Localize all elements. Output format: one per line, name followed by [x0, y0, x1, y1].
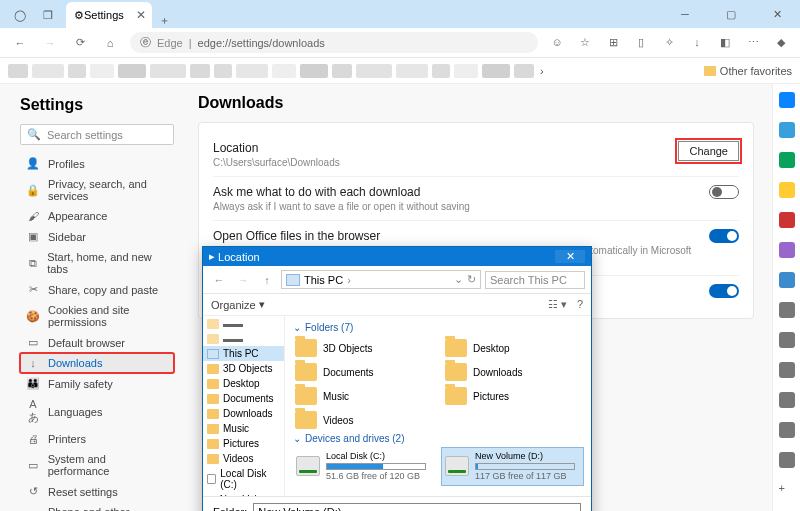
tree-item[interactable]: Documents [203, 391, 284, 406]
close-tab-icon[interactable]: ✕ [136, 8, 146, 22]
forward-button[interactable]: → [36, 37, 64, 49]
site-info-icon[interactable]: ⓔ [140, 35, 151, 50]
sidebar-app-icon[interactable] [779, 332, 795, 348]
settings-search[interactable]: 🔍 Search settings [20, 124, 174, 145]
sidebar-add-icon[interactable]: + [779, 482, 795, 498]
copilot-icon[interactable]: ◆ [768, 36, 794, 49]
downloads-icon[interactable]: ↓ [684, 36, 710, 49]
profile-icon[interactable]: ◯ [6, 2, 34, 28]
bookmark-item[interactable] [396, 64, 428, 78]
folder-item[interactable]: 3D Objects [293, 337, 433, 359]
sidebar-app-icon[interactable] [779, 242, 795, 258]
home-button[interactable]: ⌂ [96, 37, 124, 49]
drive-item[interactable]: New Volume (D:)117 GB free of 117 GB [442, 448, 583, 485]
read-aloud-icon[interactable]: ☺ [544, 36, 570, 49]
dialog-view[interactable]: Folders (7) 3D ObjectsDesktopDocumentsDo… [285, 316, 591, 496]
bookmark-item[interactable] [272, 64, 296, 78]
sidebar-item-sidebar[interactable]: ▣Sidebar [20, 226, 174, 247]
app-icon[interactable]: ◧ [712, 36, 738, 49]
tree-item[interactable]: This PC [203, 346, 284, 361]
dialog-titlebar[interactable]: ▸ Location ✕ [203, 247, 591, 266]
extensions-icon[interactable]: ✧ [656, 36, 682, 49]
dialog-close-button[interactable]: ✕ [555, 250, 585, 263]
menu-icon[interactable]: ⋯ [740, 36, 766, 49]
sidebar-item-phone-and-other-devices[interactable]: 📱Phone and other devices [20, 502, 174, 511]
tree-item[interactable]: Videos [203, 451, 284, 466]
drive-item[interactable]: Local Disk (C:)51.6 GB free of 120 GB [293, 448, 434, 485]
sidebar-item-share-copy-and-paste[interactable]: ✂Share, copy and paste [20, 279, 174, 300]
sidebar-item-languages[interactable]: AあLanguages [20, 394, 174, 429]
change-button[interactable]: Change [678, 141, 739, 161]
sidebar-app-icon[interactable] [779, 422, 795, 438]
other-favorites[interactable]: Other favorites [704, 65, 792, 77]
bookmark-item[interactable] [90, 64, 114, 78]
sidebar-item-profiles[interactable]: 👤Profiles [20, 153, 174, 174]
dialog-back-button[interactable]: ← [209, 274, 229, 286]
browser-tab[interactable]: ⚙ Settings ✕ [66, 2, 152, 28]
folder-field[interactable] [253, 503, 581, 511]
dialog-tree[interactable]: ▬▬▬▬This PC3D ObjectsDesktopDocumentsDow… [203, 316, 285, 496]
sidebar-app-icon[interactable] [779, 152, 795, 168]
bookmark-item[interactable] [214, 64, 232, 78]
tree-item[interactable]: ▬▬ [203, 316, 284, 331]
bookmark-item[interactable] [300, 64, 328, 78]
maximize-button[interactable]: ▢ [708, 0, 754, 28]
bookmark-item[interactable] [32, 64, 64, 78]
sidebar-item-downloads[interactable]: ↓Downloads [20, 353, 174, 373]
tree-item[interactable]: New Volume (D: [203, 492, 284, 496]
sidebar-item-family-safety[interactable]: 👪Family safety [20, 373, 174, 394]
help-icon[interactable]: ? [577, 298, 583, 311]
bookmark-item[interactable] [236, 64, 268, 78]
drives-header[interactable]: Devices and drives (2) [293, 433, 583, 444]
office-toggle[interactable] [709, 229, 739, 243]
folder-item[interactable]: Downloads [443, 361, 583, 383]
minimize-button[interactable]: ─ [662, 0, 708, 28]
sidebar-app-icon[interactable] [779, 92, 795, 108]
back-button[interactable]: ← [6, 37, 34, 49]
close-window-button[interactable]: ✕ [754, 0, 800, 28]
show-menu-toggle[interactable] [709, 284, 739, 298]
tree-item[interactable]: Music [203, 421, 284, 436]
bookmark-item[interactable] [432, 64, 450, 78]
bookmark-item[interactable] [68, 64, 86, 78]
folder-item[interactable]: Music [293, 385, 433, 407]
tree-item[interactable]: Pictures [203, 436, 284, 451]
bookmark-item[interactable] [150, 64, 186, 78]
organize-menu[interactable]: Organize [211, 299, 256, 311]
tree-item[interactable]: Desktop [203, 376, 284, 391]
bookmark-item[interactable] [482, 64, 510, 78]
bookmark-item[interactable] [332, 64, 352, 78]
folder-item[interactable]: Documents [293, 361, 433, 383]
folder-item[interactable]: Pictures [443, 385, 583, 407]
sidebar-app-icon[interactable] [779, 212, 795, 228]
sidebar-app-icon[interactable] [779, 452, 795, 468]
sidebar-item-cookies-and-site-permissions[interactable]: 🍪Cookies and site permissions [20, 300, 174, 332]
bookmark-item[interactable] [454, 64, 478, 78]
sidebar-app-icon[interactable] [779, 182, 795, 198]
sidebar-app-icon[interactable] [779, 122, 795, 138]
dialog-search[interactable]: Search This PC [485, 271, 585, 289]
sidebar-app-icon[interactable] [779, 392, 795, 408]
folder-item[interactable]: Videos [293, 409, 433, 431]
bookmark-item[interactable] [514, 64, 534, 78]
tree-item[interactable]: Downloads [203, 406, 284, 421]
folder-item[interactable]: Desktop [443, 337, 583, 359]
sidebar-item-default-browser[interactable]: ▭Default browser [20, 332, 174, 353]
favorite-icon[interactable]: ☆ [572, 36, 598, 49]
tree-item[interactable]: ▬▬ [203, 331, 284, 346]
tree-item[interactable]: Local Disk (C:) [203, 466, 284, 492]
sidebar-app-icon[interactable] [779, 302, 795, 318]
sidebar-item-system-and-performance[interactable]: ▭System and performance [20, 449, 174, 481]
sidebar-app-icon[interactable] [779, 272, 795, 288]
folders-header[interactable]: Folders (7) [293, 322, 583, 333]
bookmarks-overflow-icon[interactable]: › [540, 65, 544, 77]
dialog-forward-button[interactable]: → [233, 274, 253, 286]
sidebar-item-privacy-search-and-services[interactable]: 🔒Privacy, search, and services [20, 174, 174, 206]
refresh-button[interactable]: ⟳ [66, 36, 94, 49]
bookmark-item[interactable] [8, 64, 28, 78]
ask-each-toggle[interactable] [709, 185, 739, 199]
new-tab-button[interactable]: ＋ [152, 13, 178, 28]
sidebar-item-reset-settings[interactable]: ↺Reset settings [20, 481, 174, 502]
dialog-breadcrumb[interactable]: This PC › ⌄ ↻ [281, 270, 481, 289]
tree-item[interactable]: 3D Objects [203, 361, 284, 376]
